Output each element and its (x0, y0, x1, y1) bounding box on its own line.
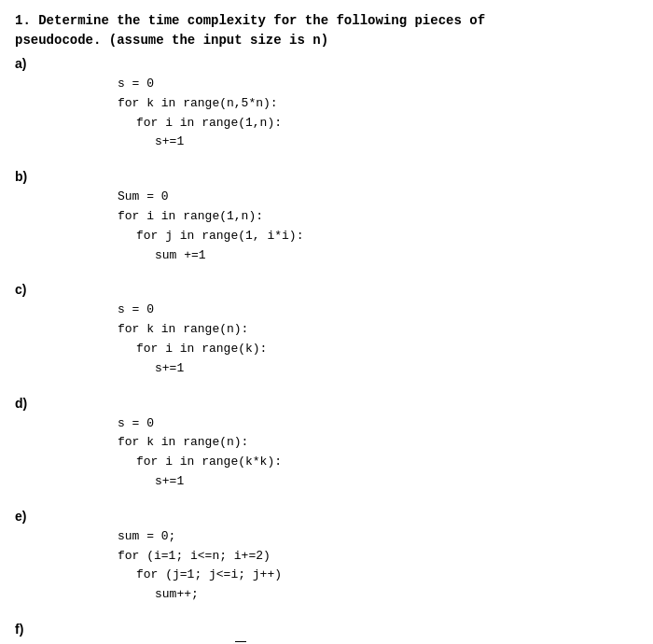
code-line: for i in range(k*k): (118, 453, 638, 472)
code-line: sum +=1 (118, 246, 638, 266)
section-d-label: d) (15, 396, 638, 411)
code-line: for k in range(n): (118, 433, 638, 453)
code-line: sum++; (118, 585, 638, 605)
section-d: d) s = 0 for k in range(n): for i in ran… (15, 396, 638, 492)
section-f-code: for (j=2; j <= √n ; j++) { if j divides … (118, 640, 638, 644)
section-b-code: Sum = 0 for i in range(1,n): for j in ra… (118, 188, 638, 265)
section-a-label: a) (15, 56, 638, 71)
code-line: for i in range(k): (118, 340, 638, 359)
code-line: sum = 0; (118, 527, 638, 547)
section-a-code: s = 0 for k in range(n,5*n): for i in ra… (118, 75, 638, 152)
code-line: for (j=1; j<=i; j++) (118, 566, 638, 585)
code-line: s = 0 (118, 414, 638, 434)
code-line: s+=1 (118, 359, 638, 379)
code-line: for (j=2; j <= √n ; j++) (118, 640, 638, 644)
question-container: 1. Determine the time complexity for the… (15, 11, 638, 644)
section-e: e) sum = 0; for (i=1; i<=n; i+=2) for (j… (15, 509, 638, 605)
sqrt-expression: √n (227, 640, 246, 644)
section-c-code: s = 0 for k in range(n): for i in range(… (118, 301, 638, 378)
code-line: s = 0 (118, 75, 638, 94)
code-line: for (i=1; i<=n; i+=2) (118, 547, 638, 567)
code-line: for j in range(1, i*i): (118, 227, 638, 246)
code-line: s+=1 (118, 133, 638, 152)
section-e-label: e) (15, 509, 638, 524)
section-a: a) s = 0 for k in range(n,5*n): for i in… (15, 56, 638, 152)
section-b-label: b) (15, 169, 638, 184)
code-line: for i in range(1,n): (118, 114, 638, 133)
code-line: for k in range(n,5*n): (118, 94, 638, 114)
code-line: Sum = 0 (118, 188, 638, 207)
section-e-code: sum = 0; for (i=1; i<=n; i+=2) for (j=1;… (118, 527, 638, 605)
question-header: 1. Determine the time complexity for the… (15, 11, 638, 50)
code-line: s = 0 (118, 301, 638, 320)
section-c: c) s = 0 for k in range(n): for i in ran… (15, 282, 638, 378)
section-f: f) for (j=2; j <= √n ; j++) { if j divid… (15, 622, 638, 644)
code-line: s+=1 (118, 472, 638, 492)
code-line: for i in range(1,n): (118, 207, 638, 227)
code-line: for k in range(n): (118, 320, 638, 340)
section-d-code: s = 0 for k in range(n): for i in range(… (118, 414, 638, 492)
section-b: b) Sum = 0 for i in range(1,n): for j in… (15, 169, 638, 265)
section-f-label: f) (15, 622, 638, 637)
section-c-label: c) (15, 282, 638, 297)
